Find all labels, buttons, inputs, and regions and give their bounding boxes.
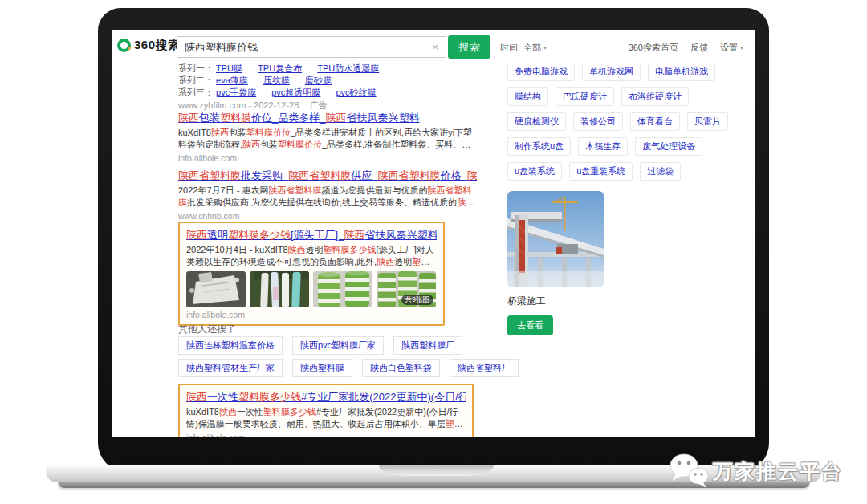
result-title-link[interactable]: 陕西包装塑料膜价位_品类多样_陕西省扶风秦兴塑料 bbox=[178, 111, 477, 124]
related-searches-row: 陕西塑料管材生产厂家 陕西塑料膜 陕西白色塑料袋 陕西省塑料厂 bbox=[178, 359, 519, 377]
highlighted-result-box: 陕西透明塑料膜多少钱[源头工厂]_陕西省扶风秦兴塑料 2022年10月4日 - … bbox=[178, 222, 445, 326]
result-url: info.alibole.com bbox=[186, 310, 437, 319]
ad-link[interactable]: TPU复合布 bbox=[258, 63, 302, 73]
thumbnail-hanging-film-strips[interactable] bbox=[250, 271, 309, 307]
ad-link[interactable]: pvc手袋膜 bbox=[216, 87, 256, 97]
thumbnail-white-plastic-sheet[interactable] bbox=[186, 271, 246, 307]
ad-source-line: www.zyhfilm.com - 2022-12-28 广告 bbox=[178, 100, 327, 112]
related-search-tag[interactable]: 陕西白色塑料袋 bbox=[362, 359, 440, 377]
sidebar-tag[interactable]: 过滤袋 bbox=[640, 162, 681, 181]
search-result: 陕西包装塑料膜价位_品类多样_陕西省扶风秦兴塑料 kuXdIT8陕西包装塑料膜价… bbox=[178, 111, 477, 163]
browser-screen: 360搜索 陕西塑料膜价钱 × 搜索 时间 全部 ▾ 360搜索首页 反馈 设置… bbox=[112, 30, 755, 437]
watermark-text: 万家推云平台 bbox=[713, 458, 843, 485]
watermark: 万家推云平台 bbox=[669, 453, 843, 490]
page: 360搜索 陕西塑料膜价钱 × 搜索 时间 全部 ▾ 360搜索首页 反馈 设置… bbox=[0, 0, 867, 504]
search-query-text: 陕西塑料膜价钱 bbox=[185, 37, 258, 57]
clear-search-icon[interactable]: × bbox=[432, 37, 438, 57]
result-title-link[interactable]: 陕西一次性塑料膜多少钱#专业厂家批发(2022更新中)(今日/行情)_... bbox=[186, 390, 466, 404]
result-description: kuXdIT8陕西包装塑料膜价位_品类多样讲完材质上的区别,再给大家讲yi下塑料… bbox=[178, 127, 477, 151]
ad-series-label: 系列一： bbox=[178, 63, 214, 73]
logo-ring-icon bbox=[117, 39, 131, 52]
sidebar-tag-row: 膜结构 巴氏硬度计 布洛维硬度计 bbox=[507, 87, 748, 106]
thumbnail-green-film-rolls[interactable] bbox=[313, 271, 372, 307]
result-description: kuXdIT8陕西一次性塑料膜多少钱#专业厂家批发(2022更新中)(今日/行情… bbox=[186, 406, 466, 430]
bridge-construction-image[interactable] bbox=[507, 191, 604, 287]
related-search-tag[interactable]: 陕西塑料管材生产厂家 bbox=[178, 359, 283, 377]
sidebar-tag[interactable]: 单机游戏网 bbox=[582, 63, 641, 81]
top-right-links: 360搜索首页 反馈 设置 ▾ bbox=[629, 42, 743, 54]
sidebar-tag[interactable]: 废气处理设备 bbox=[635, 137, 702, 156]
filter-scope-label: 全部 bbox=[523, 42, 541, 54]
image-caption: 桥梁施工 bbox=[507, 295, 748, 308]
sidebar-tag[interactable]: u盘重装系统 bbox=[569, 162, 633, 181]
sidebar-tag[interactable]: 膜结构 bbox=[507, 87, 548, 106]
result-thumbnails: 共9张图 bbox=[186, 271, 437, 307]
logo-dot-icon bbox=[128, 47, 131, 50]
ad-series-row: 系列三： pvc手袋膜 pvc超透明膜 pvc砂纹膜 bbox=[178, 87, 389, 99]
sidebar-tag[interactable]: 体育看台 bbox=[630, 112, 680, 131]
logo-text: 360搜索 bbox=[134, 38, 181, 53]
sidebar-tag-row: 硬度检测仪 装修公司 体育看台 贝雷片 bbox=[507, 112, 748, 131]
sidebar-tag[interactable]: 巴氏硬度计 bbox=[556, 87, 614, 106]
ad-link[interactable]: 磨砂膜 bbox=[305, 75, 332, 85]
ad-tag-label: 广告 bbox=[309, 100, 327, 110]
ad-link[interactable]: pvc超透明膜 bbox=[271, 87, 320, 97]
search-filters: 时间 全部 ▾ bbox=[500, 42, 547, 54]
result-title-link[interactable]: 陕西省塑料膜批发采购_陕西省塑料膜供应_陕西省塑料膜价格_陕... bbox=[178, 169, 477, 182]
result-title-link[interactable]: 陕西透明塑料膜多少钱[源头工厂]_陕西省扶风秦兴塑料 bbox=[186, 228, 437, 242]
search-input[interactable]: 陕西塑料膜价钱 × bbox=[177, 36, 446, 58]
360-search-logo[interactable]: 360搜索 bbox=[117, 38, 181, 53]
thumbnail-green-film-rolls-stack[interactable]: 共9张图 bbox=[377, 271, 436, 307]
sidebar-tag-row: u盘装系统 u盘重装系统 过滤袋 bbox=[507, 162, 748, 181]
feedback-link[interactable]: 反馈 bbox=[690, 42, 708, 54]
result-description: 2022年10月4日 - kuXdIT8陕西透明塑料膜多少钱[源头工厂]对人类赖… bbox=[186, 244, 437, 268]
filter-time-label[interactable]: 时间 bbox=[500, 42, 518, 54]
settings-dropdown[interactable]: 设置 ▾ bbox=[720, 42, 743, 54]
sidebar-tag[interactable]: 布洛维硬度计 bbox=[621, 87, 689, 106]
related-search-tag[interactable]: 陕西连栋塑料温室价格 bbox=[178, 336, 283, 355]
sidebar-image-card: 桥梁施工 去看看 bbox=[507, 191, 748, 335]
ad-link[interactable]: TPU膜 bbox=[216, 63, 242, 73]
result-url: info.alibole.com bbox=[178, 153, 477, 163]
ad-series-label: 系列三： bbox=[178, 87, 214, 97]
ad-link[interactable]: TPU防水透湿膜 bbox=[317, 63, 379, 73]
result-description: 2022年7月7日 - 惠农网陕西省塑料膜频道为您提供最新与优质的陕西省塑料膜批… bbox=[178, 185, 477, 209]
search-result: 陕西省塑料膜批发采购_陕西省塑料膜供应_陕西省塑料膜价格_陕... 2022年7… bbox=[178, 169, 477, 221]
related-search-tag[interactable]: 陕西pvc塑料膜厂家 bbox=[292, 336, 384, 355]
ad-link[interactable]: eva薄膜 bbox=[216, 75, 248, 85]
sidebar-tag[interactable]: 硬度检测仪 bbox=[507, 112, 566, 131]
ad-series-label: 系列二： bbox=[178, 75, 214, 85]
related-searches-row: 陕西连栋塑料温室价格 陕西pvc塑料膜厂家 陕西塑料膜厂 bbox=[178, 336, 462, 355]
related-search-tag[interactable]: 陕西塑料膜 bbox=[292, 359, 352, 377]
ad-source-url: www.zyhfilm.com - 2022-12-28 bbox=[178, 100, 299, 110]
sidebar-tag[interactable]: u盘装系统 bbox=[507, 162, 562, 181]
sidebar-tag[interactable]: 木筏生存 bbox=[578, 137, 628, 156]
wechat-icon bbox=[669, 453, 709, 490]
home-link[interactable]: 360搜索首页 bbox=[629, 42, 678, 54]
filter-scope-dropdown[interactable]: 全部 ▾ bbox=[523, 42, 547, 54]
chevron-down-icon: ▾ bbox=[740, 44, 743, 51]
related-search-tag[interactable]: 陕西省塑料厂 bbox=[450, 359, 519, 377]
go-look-button[interactable]: 去看看 bbox=[507, 315, 553, 335]
search-button[interactable]: 搜索 bbox=[448, 35, 490, 59]
sidebar-tag[interactable]: 电脑单机游戏 bbox=[648, 63, 715, 81]
related-search-tag[interactable]: 陕西塑料膜厂 bbox=[393, 336, 462, 355]
result-url: www.cnhnb.com bbox=[178, 211, 477, 221]
highlighted-result-box: 陕西一次性塑料膜多少钱#专业厂家批发(2022更新中)(今日/行情)_... k… bbox=[178, 384, 474, 437]
ad-link[interactable]: 压纹膜 bbox=[263, 75, 290, 85]
ad-series-row: 系列二： eva薄膜 压纹膜 磨砂膜 bbox=[178, 75, 344, 87]
right-sidebar: 免费电脑游戏 单机游戏网 电脑单机游戏 膜结构 巴氏硬度计 布洛维硬度计 硬度检… bbox=[507, 63, 748, 335]
sidebar-tag[interactable]: 贝雷片 bbox=[687, 112, 728, 131]
settings-label: 设置 bbox=[720, 42, 738, 54]
sidebar-tag[interactable]: 免费电脑游戏 bbox=[507, 63, 575, 81]
ad-link[interactable]: pvc砂纹膜 bbox=[336, 87, 376, 97]
sidebar-tag[interactable]: 装修公司 bbox=[573, 112, 623, 131]
sidebar-tag[interactable]: 制作系统u盘 bbox=[507, 137, 571, 156]
sidebar-tag-row: 免费电脑游戏 单机游戏网 电脑单机游戏 bbox=[507, 63, 748, 81]
ad-series-row: 系列一： TPU膜 TPU复合布 TPU防水透湿膜 bbox=[178, 63, 392, 75]
laptop-notch bbox=[379, 465, 494, 476]
image-count-badge: 共9张图 bbox=[401, 295, 434, 305]
result-url: info.alibole.com bbox=[186, 433, 466, 437]
related-searches-heading: 其他人还搜了 bbox=[178, 323, 236, 336]
chevron-down-icon: ▾ bbox=[543, 44, 547, 51]
